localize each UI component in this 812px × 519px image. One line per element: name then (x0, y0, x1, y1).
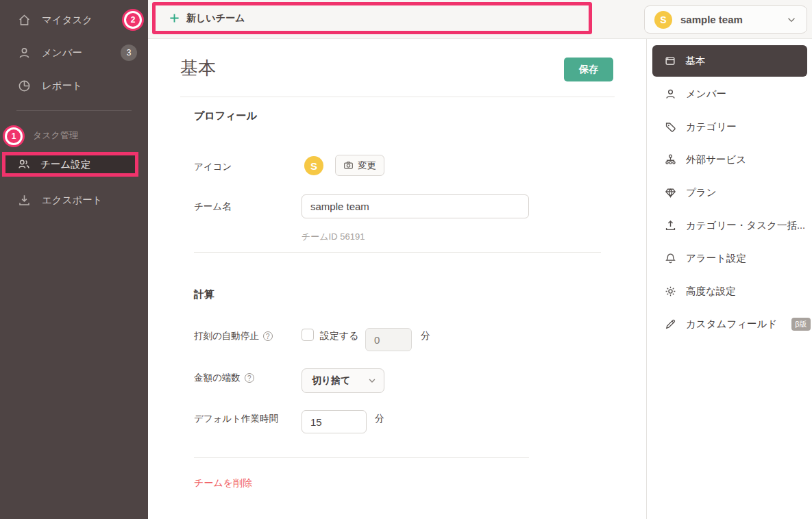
tag-icon (664, 121, 677, 134)
gear-icon (664, 285, 677, 298)
save-button[interactable]: 保存 (564, 58, 613, 81)
user-icon (17, 46, 32, 60)
auto-stop-checkbox[interactable] (302, 329, 314, 341)
sidebar-item-members[interactable]: メンバー 3 (0, 36, 148, 69)
settings-tab-label: プラン (686, 186, 717, 199)
annotation-number: 2 (126, 13, 140, 27)
sidebar-item-team-settings[interactable]: チーム設定 (2, 152, 138, 177)
team-avatar: S (654, 11, 672, 29)
settings-tab-categories[interactable]: カテゴリー (647, 110, 812, 143)
report-icon (17, 79, 32, 93)
settings-tab-bulk-import[interactable]: カテゴリー・タスク一括... (647, 209, 812, 242)
delete-team-link[interactable]: チームを削除 (194, 477, 252, 490)
left-sidebar: マイタスク メンバー 3 レポート タスク管理 チーム設定 エクスポート (0, 0, 148, 519)
help-icon[interactable]: ? (263, 331, 273, 341)
beta-badge: β版 (791, 318, 810, 331)
bell-icon (664, 252, 677, 265)
rounding-selected-value: 切り捨て (312, 375, 351, 387)
settings-sidebar: 基本 メンバー カテゴリー 外部サービス プラン カテゴリー・タスク一括... (646, 39, 812, 519)
team-switcher[interactable]: S sample team (644, 5, 807, 34)
sidebar-item-label: レポート (42, 79, 82, 92)
settings-tab-integrations[interactable]: 外部サービス (647, 143, 812, 176)
settings-tab-label: カテゴリー・タスク一括... (686, 219, 805, 232)
export-icon (17, 193, 32, 207)
team-icon (17, 157, 31, 171)
minutes-unit-label: 分 (375, 413, 384, 425)
team-name-label: チーム名 (194, 201, 232, 213)
sidebar-section-task-management: タスク管理 (33, 129, 78, 142)
icon-field-label: アイコン (194, 161, 232, 173)
auto-stop-minutes-input[interactable] (365, 328, 412, 351)
sidebar-item-label: チーム設定 (40, 158, 90, 171)
integration-icon (664, 153, 677, 166)
annotation-circle-2: 2 (122, 9, 144, 31)
plus-icon (169, 13, 180, 23)
settings-tab-members[interactable]: メンバー (647, 77, 812, 110)
settings-tab-label: 外部サービス (686, 153, 746, 166)
default-time-label: デフォルト作業時間 (194, 413, 278, 425)
rounding-select[interactable]: 切り捨て (302, 368, 384, 393)
pencil-icon (664, 318, 677, 331)
home-icon (17, 13, 32, 27)
user-icon (664, 88, 677, 101)
settings-tab-label: アラート設定 (686, 252, 746, 265)
settings-tab-plan[interactable]: プラン (647, 176, 812, 209)
sidebar-item-export[interactable]: エクスポート (0, 183, 148, 216)
change-icon-label: 変更 (358, 160, 376, 172)
settings-tab-label: カスタムフィールド (686, 318, 777, 331)
divider (194, 457, 529, 458)
sidebar-item-label: エクスポート (42, 194, 103, 207)
team-id-text: チームID 56191 (302, 231, 365, 243)
top-bar: 新しいチーム S sample team (148, 0, 812, 39)
settings-tab-label: カテゴリー (686, 121, 737, 134)
help-icon[interactable]: ? (245, 373, 254, 383)
team-icon-avatar: S (304, 156, 323, 175)
rounding-label: 金額の端数 ? (194, 372, 254, 384)
settings-tab-custom-fields[interactable]: カスタムフィールド β版 (647, 307, 812, 340)
settings-tab-label: 高度な設定 (686, 285, 736, 298)
new-team-button[interactable]: 新しいチーム (152, 2, 592, 34)
team-switcher-name: sample team (680, 14, 743, 25)
settings-tab-advanced[interactable]: 高度な設定 (647, 275, 812, 307)
sidebar-item-label: マイタスク (42, 14, 93, 27)
team-name-input[interactable] (302, 194, 529, 218)
auto-stop-checkbox-label: 設定する (320, 330, 359, 342)
default-time-input[interactable] (302, 410, 367, 433)
diamond-icon (664, 186, 677, 199)
divider (180, 97, 615, 97)
chevron-down-icon (367, 376, 377, 385)
settings-tab-alerts[interactable]: アラート設定 (647, 242, 812, 275)
camera-icon (343, 160, 354, 170)
annotation-number: 1 (7, 129, 21, 143)
settings-tab-basic[interactable]: 基本 (652, 45, 807, 77)
card-icon (664, 55, 676, 67)
page-title: 基本 (180, 56, 216, 80)
chevron-down-icon (786, 14, 797, 25)
sidebar-item-label: メンバー (42, 47, 82, 60)
sidebar-divider (16, 110, 132, 111)
profile-section-heading: プロフィール (194, 110, 257, 123)
app-root: { "colors": { "pink": "#f0336c", "teal":… (0, 0, 812, 519)
minutes-unit-label: 分 (421, 330, 430, 342)
main-content: 基本 保存 プロフィール アイコン S 変更 チーム名 チームID 56191 … (148, 39, 646, 519)
upload-icon (664, 219, 677, 232)
settings-tab-label: メンバー (686, 88, 726, 101)
annotation-circle-1: 1 (3, 125, 25, 147)
settings-tab-label: 基本 (685, 55, 705, 68)
member-count-badge: 3 (121, 45, 137, 61)
new-team-label: 新しいチーム (186, 12, 245, 25)
calc-section-heading: 計算 (194, 288, 214, 301)
change-icon-button[interactable]: 変更 (335, 155, 384, 176)
divider (194, 252, 601, 253)
sidebar-item-report[interactable]: レポート (0, 69, 148, 102)
auto-stop-label: 打刻の自動停止 ? (194, 330, 273, 342)
